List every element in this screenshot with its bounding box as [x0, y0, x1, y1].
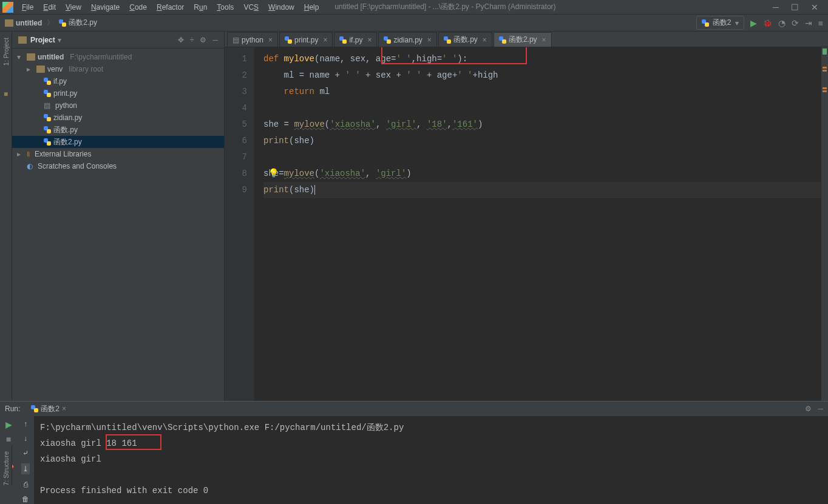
- menu-refactor[interactable]: Refactor: [153, 2, 188, 13]
- menu-help[interactable]: Help: [300, 2, 323, 13]
- menu-view[interactable]: View: [62, 2, 85, 13]
- close-icon[interactable]: ×: [542, 36, 546, 44]
- folder-icon: [27, 53, 35, 61]
- python-file-icon: [702, 19, 709, 27]
- close-icon[interactable]: ✕: [811, 2, 818, 12]
- tree-file-label: 函数2.py: [53, 137, 82, 147]
- python-file-icon: [339, 36, 347, 44]
- tree-file[interactable]: ▤python: [12, 99, 224, 112]
- hide-icon[interactable]: ─: [818, 405, 823, 413]
- folder-icon: [5, 19, 13, 27]
- hide-icon[interactable]: ─: [212, 36, 218, 44]
- code-content[interactable]: def mylove(name, sex, age=' ',high=' '):…: [255, 47, 821, 401]
- profile-icon[interactable]: ⟳: [792, 18, 799, 28]
- tree-file[interactable]: if.py: [12, 75, 224, 87]
- menu-navigate[interactable]: Navigate: [87, 2, 123, 13]
- down-icon[interactable]: ↓: [24, 434, 27, 443]
- run-config-label: 函数2: [713, 18, 731, 28]
- tree-scratches[interactable]: ◐ Scratches and Consoles: [12, 160, 224, 172]
- tab-print[interactable]: print.py×: [279, 32, 333, 47]
- stop-icon[interactable]: ■: [6, 434, 11, 444]
- minimize-icon[interactable]: ─: [773, 2, 779, 12]
- sidebar-title: Project: [30, 36, 55, 44]
- breadcrumb: untitled 〉 函数2.py: [5, 18, 97, 28]
- menu-window[interactable]: Window: [265, 2, 298, 13]
- console-output[interactable]: F:\pycharm\untitled\venv\Scripts\python.…: [34, 416, 828, 504]
- menu-code[interactable]: Code: [126, 2, 151, 13]
- chevron-right-icon: ▸: [17, 150, 24, 158]
- menu-vcs[interactable]: VCS: [240, 2, 262, 13]
- close-icon[interactable]: ×: [367, 36, 372, 44]
- tree-file[interactable]: print.py: [12, 87, 224, 99]
- rerun-icon[interactable]: ▶: [5, 420, 12, 429]
- up-icon[interactable]: ↑: [24, 420, 27, 428]
- debug-button[interactable]: 🐞: [763, 19, 772, 27]
- chevron-down-icon: ▾: [735, 19, 739, 27]
- code-editor[interactable]: 1234 56789 def mylove(name, sex, age=' '…: [225, 47, 828, 401]
- gear-icon[interactable]: ⚙: [805, 405, 812, 413]
- run-tab-label: 函数2: [41, 404, 59, 414]
- project-tool-button[interactable]: 1: Project: [2, 38, 10, 66]
- tree-file-selected[interactable]: 函数2.py: [12, 136, 224, 148]
- menu-bar: File Edit View Navigate Code Refactor Ru…: [18, 2, 322, 13]
- tree-venv[interactable]: ▸ venv library root: [12, 63, 224, 75]
- print-icon[interactable]: ⎙: [24, 480, 28, 489]
- chevron-right-icon: 〉: [47, 18, 54, 28]
- console-line: [40, 467, 822, 483]
- python-file-icon: [44, 90, 51, 97]
- tab-python[interactable]: ▤python×: [227, 32, 278, 47]
- breadcrumb-root-label: untitled: [16, 19, 42, 27]
- collapse-icon[interactable]: ÷: [190, 36, 194, 44]
- run-with-coverage-icon[interactable]: ◔: [778, 18, 786, 28]
- stop-button[interactable]: ■: [818, 18, 823, 28]
- menu-run[interactable]: Run: [190, 2, 211, 13]
- scroll-icon[interactable]: ⤓: [21, 463, 30, 474]
- tab-hanshu2[interactable]: 函数2.py×: [494, 32, 552, 47]
- python-file-icon: [384, 36, 391, 44]
- tree-ext-lib-label: External Libraries: [35, 150, 91, 158]
- tree-external-libraries[interactable]: ▸ ⫴ External Libraries: [12, 148, 224, 160]
- tree-venv-label: venv: [47, 65, 63, 73]
- close-icon[interactable]: ×: [483, 36, 487, 44]
- tree-file-label: 函数.py: [53, 125, 78, 135]
- python-file-icon: [44, 114, 51, 121]
- tree-root[interactable]: ▾ untitled F:\pycharm\untitled: [12, 51, 224, 63]
- breadcrumb-file[interactable]: 函数2.py: [59, 18, 97, 28]
- maximize-icon[interactable]: ☐: [791, 2, 799, 12]
- close-icon[interactable]: ×: [427, 36, 432, 44]
- trash-icon[interactable]: 🗑: [22, 495, 29, 503]
- close-icon[interactable]: ×: [62, 405, 66, 413]
- python-file-icon: [31, 405, 38, 412]
- menu-edit[interactable]: Edit: [39, 2, 59, 13]
- tab-hanshu[interactable]: 函数.py×: [438, 32, 492, 47]
- library-icon: ⫴: [27, 150, 30, 158]
- tree-file[interactable]: zidian.py: [12, 112, 224, 124]
- gear-icon[interactable]: ⚙: [200, 36, 206, 44]
- chevron-down-icon: ▾: [17, 53, 24, 61]
- structure-tool-button[interactable]: 7: Structure: [2, 451, 10, 486]
- run-button[interactable]: ▶: [750, 18, 757, 28]
- tab-zidian[interactable]: zidian.py×: [378, 32, 436, 47]
- tab-label: print.py: [294, 36, 318, 44]
- python-file-icon: [44, 78, 51, 85]
- folder-icon: [18, 36, 27, 44]
- menu-file[interactable]: File: [18, 2, 37, 13]
- run-toolbar-secondary: ↑ ↓ ⤶ ⤓ ⎙ 🗑: [17, 416, 34, 504]
- editor-tabs: ▤python× print.py× if.py× zidian.py× 函数.…: [225, 32, 828, 47]
- wrap-icon[interactable]: ⤶: [22, 449, 29, 457]
- folder-icon[interactable]: ■: [4, 90, 8, 98]
- breadcrumb-root[interactable]: untitled: [5, 19, 42, 27]
- close-icon[interactable]: ×: [323, 36, 327, 44]
- tab-if[interactable]: if.py×: [334, 32, 377, 47]
- intention-bulb-icon[interactable]: 💡: [268, 166, 279, 182]
- menu-tools[interactable]: Tools: [213, 2, 237, 13]
- close-icon[interactable]: ×: [268, 36, 273, 44]
- file-icon: ▤: [232, 36, 239, 44]
- run-configuration-selector[interactable]: 函数2 ▾: [696, 16, 744, 30]
- run-tab[interactable]: 函数2 ×: [27, 403, 70, 415]
- tree-root-path: F:\pycharm\untitled: [70, 53, 132, 61]
- attach-icon[interactable]: ⇥: [805, 18, 812, 28]
- tree-file[interactable]: 函数.py: [12, 124, 224, 136]
- locate-icon[interactable]: ✥: [178, 36, 184, 44]
- chevron-down-icon[interactable]: ▾: [58, 36, 61, 44]
